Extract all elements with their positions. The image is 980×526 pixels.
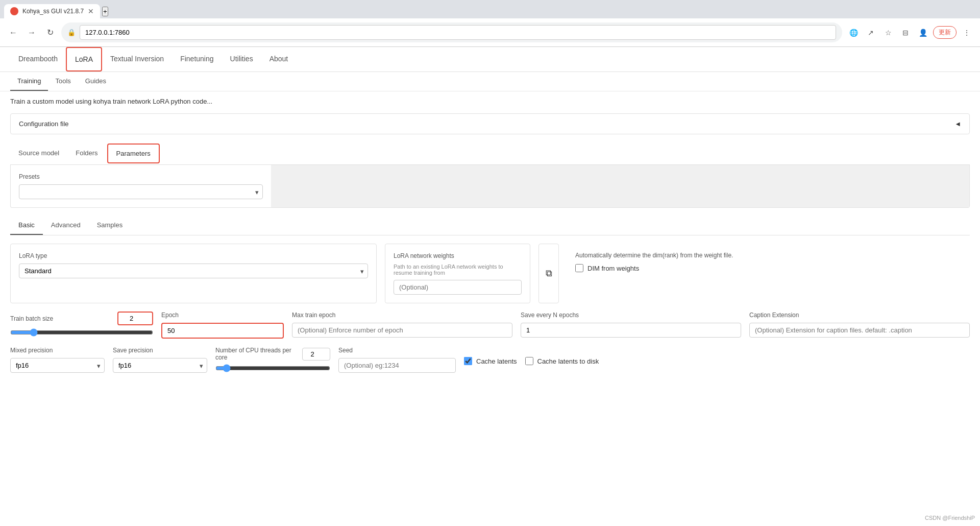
- save-precision-select-wrapper: no fp16 bf16: [113, 358, 207, 373]
- save-precision-label: Save precision: [113, 347, 207, 354]
- browser-actions: 🌐 ↗ ☆ ⊟ 👤 更新 ⋮: [846, 26, 974, 40]
- cache-latents-label: Cache latents: [476, 357, 517, 365]
- tab-source-model[interactable]: Source model: [10, 144, 67, 163]
- lora-copy-button[interactable]: ⧉: [538, 244, 559, 303]
- cpu-threads-box: Number of CPU threads per core: [215, 347, 330, 374]
- new-tab-button[interactable]: +: [102, 7, 108, 16]
- cache-disk-checkbox[interactable]: [525, 357, 533, 365]
- params-tab-bar: Source model Folders Parameters: [10, 142, 970, 165]
- translate-button[interactable]: 🌐: [846, 26, 861, 40]
- max-train-epoch-label: Max train epoch: [292, 312, 512, 319]
- active-tab: Kohya_ss GUI v21.8.7 ✕: [4, 4, 100, 18]
- lora-type-select[interactable]: Standard LyCORIS/LoCon LyCORIS/LoHa LyCO…: [19, 264, 368, 278]
- mixed-precision-label: Mixed precision: [10, 347, 105, 354]
- lora-weights-sublabel: Path to an existing LoRA network weights…: [394, 264, 522, 276]
- tab-advanced[interactable]: Advanced: [43, 216, 89, 235]
- save-precision-box: Save precision no fp16 bf16: [113, 347, 207, 373]
- bookmark-button[interactable]: ☆: [881, 26, 895, 40]
- url-input[interactable]: [80, 25, 836, 40]
- config-arrow-icon: ◄: [954, 120, 961, 128]
- cpu-threads-input[interactable]: [302, 348, 330, 361]
- lock-icon: 🔒: [67, 29, 76, 36]
- sub-nav-training[interactable]: Training: [10, 72, 48, 91]
- sub-nav-tools[interactable]: Tools: [48, 72, 78, 91]
- dim-description: Automatically determine the dim(rank) fr…: [575, 252, 962, 259]
- lora-weights-input[interactable]: [394, 280, 522, 295]
- tab-parameters[interactable]: Parameters: [107, 144, 160, 163]
- refresh-button[interactable]: ↻: [43, 26, 57, 40]
- main-layout: Train a custom model using kohya train n…: [0, 98, 980, 392]
- save-every-n-input[interactable]: [521, 323, 741, 338]
- app-content: Dreambooth LoRA Textual Inversion Finetu…: [0, 47, 980, 526]
- save-every-n-box: Save every N epochs: [521, 312, 741, 338]
- sidebar-button[interactable]: ⊟: [898, 26, 913, 40]
- train-batch-size-box: Train batch size: [10, 312, 153, 338]
- dim-from-weights-checkbox[interactable]: [575, 264, 583, 272]
- cache-latents-box: Cache latents: [464, 347, 517, 365]
- save-every-n-label: Save every N epochs: [521, 312, 741, 319]
- cache-disk-box: Cache latents to disk: [525, 347, 599, 365]
- menu-button[interactable]: ⋮: [960, 26, 974, 40]
- close-tab-button[interactable]: ✕: [88, 7, 94, 15]
- tab-bar: Kohya_ss GUI v21.8.7 ✕ +: [0, 0, 980, 18]
- lora-type-box: LoRA type Standard LyCORIS/LoCon LyCORIS…: [10, 244, 377, 303]
- config-label: Configuration file: [19, 120, 69, 128]
- lora-type-select-wrapper: Standard LyCORIS/LoCon LyCORIS/LoHa LyCO…: [19, 264, 368, 278]
- tab-folders[interactable]: Folders: [67, 144, 106, 163]
- train-batch-label: Train batch size: [10, 315, 53, 322]
- mixed-precision-box: Mixed precision no fp16 bf16: [10, 347, 105, 373]
- config-header[interactable]: Configuration file ◄: [11, 114, 969, 134]
- precision-row: Mixed precision no fp16 bf16 Save precis…: [10, 347, 970, 374]
- dim-from-weights-label: DIM from weights: [587, 265, 639, 272]
- nav-item-lora[interactable]: LoRA: [66, 47, 102, 71]
- presets-select[interactable]: [19, 184, 263, 199]
- lora-weights-box: LoRA network weights Path to an existing…: [385, 244, 530, 303]
- sub-nav-guides[interactable]: Guides: [78, 72, 113, 91]
- caption-extension-box: Caption Extension: [749, 312, 970, 338]
- copy-icon: ⧉: [546, 268, 552, 279]
- mixed-precision-select[interactable]: no fp16 bf16: [10, 358, 105, 373]
- cpu-threads-label: Number of CPU threads per core: [215, 347, 298, 361]
- nav-item-dreambooth[interactable]: Dreambooth: [10, 47, 66, 71]
- caption-extension-input[interactable]: [749, 323, 970, 338]
- address-bar[interactable]: 🔒: [61, 22, 842, 42]
- seed-input[interactable]: [338, 358, 456, 373]
- nav-item-textual-inversion[interactable]: Textual Inversion: [102, 47, 172, 71]
- profile-button[interactable]: 👤: [916, 26, 930, 40]
- mixed-precision-select-wrapper: no fp16 bf16: [10, 358, 105, 373]
- presets-grey-panel: [271, 165, 969, 207]
- nav-item-finetuning[interactable]: Finetuning: [172, 47, 222, 71]
- tab-samples[interactable]: Samples: [89, 216, 131, 235]
- cpu-threads-slider[interactable]: [215, 364, 330, 372]
- seed-label: Seed: [338, 347, 456, 354]
- dim-from-weights-row: DIM from weights: [575, 264, 962, 272]
- nav-item-about[interactable]: About: [261, 47, 297, 71]
- sub-nav: Training Tools Guides: [0, 72, 980, 91]
- sub-section-tabs: Basic Advanced Samples: [10, 216, 970, 235]
- presets-panel: Presets: [11, 165, 271, 207]
- lora-weights-label: LoRA network weights: [394, 252, 522, 259]
- save-precision-select[interactable]: no fp16 bf16: [113, 358, 207, 373]
- train-batch-input[interactable]: [117, 312, 153, 325]
- share-button[interactable]: ↗: [864, 26, 878, 40]
- cache-latents-checkbox[interactable]: [464, 357, 472, 365]
- epoch-box: Epoch: [161, 312, 284, 339]
- browser-chrome: Kohya_ss GUI v21.8.7 ✕ + ← → ↻ 🔒 🌐 ↗ ☆ ⊟…: [0, 0, 980, 47]
- max-train-epoch-input[interactable]: [292, 323, 512, 338]
- browser-toolbar: ← → ↻ 🔒 🌐 ↗ ☆ ⊟ 👤 更新 ⋮: [0, 18, 980, 47]
- epoch-row: Train batch size Epoch Max train epoch S…: [10, 312, 970, 339]
- cache-disk-label: Cache latents to disk: [537, 357, 599, 365]
- main-nav: Dreambooth LoRA Textual Inversion Finetu…: [0, 47, 980, 72]
- nav-item-utilities[interactable]: Utilities: [222, 47, 261, 71]
- epoch-input[interactable]: [161, 323, 284, 339]
- watermark: CSDN @FriendshiP: [925, 515, 975, 521]
- train-batch-slider[interactable]: [10, 328, 153, 337]
- forward-button[interactable]: →: [24, 26, 39, 40]
- update-button[interactable]: 更新: [933, 26, 957, 39]
- back-button[interactable]: ←: [6, 26, 20, 40]
- dim-from-weights-box: Automatically determine the dim(rank) fr…: [567, 244, 970, 303]
- tab-basic[interactable]: Basic: [10, 216, 43, 235]
- page-description: Train a custom model using kohya train n…: [10, 98, 970, 105]
- tab-title: Kohya_ss GUI v21.8.7: [22, 8, 84, 15]
- presets-select-wrapper: [19, 184, 263, 199]
